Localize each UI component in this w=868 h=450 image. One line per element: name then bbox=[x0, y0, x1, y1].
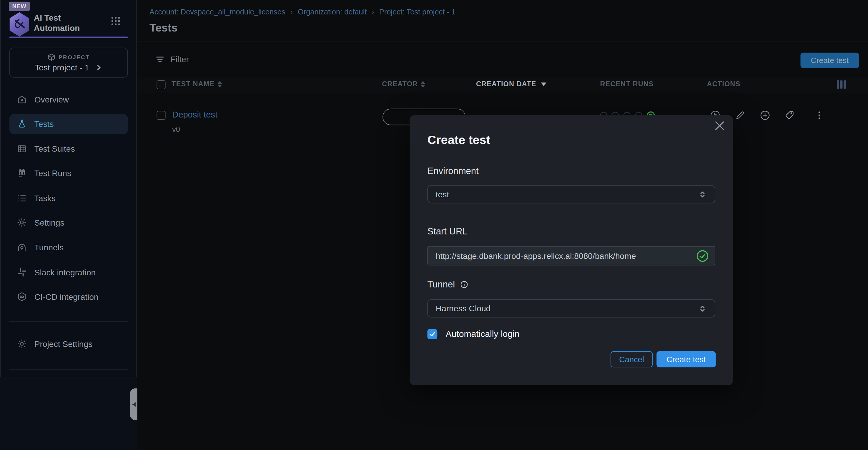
module-grid-icon[interactable] bbox=[110, 16, 121, 27]
column-test-name[interactable]: TEST NAME bbox=[172, 80, 222, 88]
tasks-list-icon bbox=[17, 193, 27, 203]
sidebar-item-label: Overview bbox=[34, 94, 69, 104]
tunnel-icon bbox=[17, 242, 27, 253]
close-icon[interactable] bbox=[714, 120, 725, 131]
info-icon[interactable] bbox=[459, 280, 469, 289]
breadcrumb-account[interactable]: Account: Devspace_all_module_licenses bbox=[150, 8, 285, 16]
app-title-line1: AI Test bbox=[34, 12, 80, 23]
sidebar-item-tests[interactable]: Tests bbox=[9, 114, 128, 134]
tag-button[interactable] bbox=[784, 110, 795, 121]
select-all-checkbox[interactable] bbox=[157, 80, 165, 89]
breadcrumb-separator: › bbox=[290, 8, 293, 16]
test-runs-icon bbox=[17, 168, 27, 179]
flask-icon bbox=[17, 119, 27, 129]
start-url-label: Start URL bbox=[427, 226, 467, 237]
collapse-arrow-icon bbox=[132, 402, 135, 406]
cube-icon bbox=[48, 53, 55, 61]
brand-underline bbox=[9, 36, 128, 38]
sidebar-item-label: Settings bbox=[34, 218, 64, 227]
project-selector-label: PROJECT bbox=[59, 54, 90, 60]
chevron-right-icon bbox=[95, 63, 102, 71]
sidebar-collapse-handle[interactable] bbox=[130, 389, 137, 420]
app-title-line2: Automation bbox=[34, 23, 80, 33]
sidebar-item-slack-integration[interactable]: Slack integration bbox=[9, 262, 128, 282]
sidebar-item-test-runs[interactable]: Test Runs bbox=[9, 164, 128, 184]
column-settings-icon[interactable] bbox=[837, 80, 846, 89]
page-header: Account: Devspace_all_module_licenses › … bbox=[137, 0, 868, 42]
url-valid-check-icon bbox=[696, 249, 709, 262]
project-selector-value: Test project - 1 bbox=[35, 63, 89, 72]
create-test-toolbar-label: Create test bbox=[811, 56, 849, 65]
column-creation-date[interactable]: CREATION DATE bbox=[476, 80, 546, 88]
filter-button[interactable]: Filter bbox=[156, 54, 189, 64]
filter-icon bbox=[156, 55, 164, 63]
select-chevrons-icon bbox=[697, 303, 708, 314]
create-test-submit-button[interactable]: Create test bbox=[656, 351, 716, 368]
start-url-input[interactable]: http://stage.dbank.prod-apps.relicx.ai:8… bbox=[427, 246, 715, 265]
column-actions: ACTIONS bbox=[707, 80, 741, 88]
check-icon bbox=[429, 331, 436, 337]
cicd-infinity-icon bbox=[17, 291, 27, 302]
sort-desc-icon bbox=[541, 82, 547, 86]
app-root: NEW AI Test Automation PROJECT bbox=[0, 0, 868, 450]
test-version: v0 bbox=[172, 125, 180, 133]
column-recent-runs: RECENT RUNS bbox=[600, 80, 653, 88]
sidebar-item-label: Tasks bbox=[34, 193, 56, 203]
row-checkbox[interactable] bbox=[157, 111, 165, 119]
sidebar-divider bbox=[9, 369, 128, 370]
sort-icon bbox=[217, 81, 222, 88]
cancel-button[interactable]: Cancel bbox=[611, 351, 653, 368]
sidebar-item-overview[interactable]: Overview bbox=[9, 89, 128, 109]
sidebar-item-label: Test Suites bbox=[34, 144, 75, 153]
column-creator[interactable]: CREATOR bbox=[382, 80, 425, 88]
page-title: Tests bbox=[150, 22, 178, 34]
breadcrumb-separator: › bbox=[372, 8, 374, 16]
sidebar-divider bbox=[9, 321, 128, 322]
breadcrumb: Account: Devspace_all_module_licenses › … bbox=[150, 8, 456, 16]
environment-select[interactable]: test bbox=[427, 185, 715, 203]
tunnel-select[interactable]: Harness Cloud bbox=[427, 299, 715, 317]
app-logo[interactable] bbox=[8, 12, 30, 36]
table-header: TEST NAME CREATOR CREATION DATE RECENT R… bbox=[137, 77, 868, 93]
project-selector[interactable]: PROJECT Test project - 1 bbox=[9, 48, 128, 78]
sidebar-item-label: Tunnels bbox=[34, 243, 64, 252]
create-test-toolbar-button[interactable]: Create test bbox=[800, 53, 859, 68]
edit-test-button[interactable] bbox=[735, 110, 746, 121]
sidebar-item-label: Test Runs bbox=[34, 168, 71, 178]
sidebar-footer: ? Help AU admin user bbox=[0, 377, 137, 450]
sort-icon bbox=[421, 81, 425, 88]
sidebar-item-label: CI-CD integration bbox=[34, 292, 99, 302]
sidebar-item-settings[interactable]: Settings bbox=[9, 213, 128, 233]
select-chevrons-icon bbox=[697, 189, 708, 200]
sidebar-item-label: Slack integration bbox=[34, 268, 96, 277]
create-test-modal: Create test Environment test Start URL h… bbox=[410, 115, 733, 385]
sidebar-item-tasks[interactable]: Tasks bbox=[9, 188, 128, 208]
test-name-link[interactable]: Deposit test bbox=[172, 110, 217, 120]
sidebar-item-project-settings[interactable]: Project Settings bbox=[9, 334, 128, 354]
sidebar-item-cicd-integration[interactable]: CI-CD integration bbox=[9, 287, 128, 307]
sidebar-item-test-suites[interactable]: Test Suites bbox=[9, 139, 128, 159]
auto-login-checkbox[interactable] bbox=[427, 329, 437, 339]
breadcrumb-organization[interactable]: Organization: default bbox=[298, 8, 367, 16]
sidebar-item-tunnels[interactable]: Tunnels bbox=[9, 237, 128, 257]
environment-label: Environment bbox=[427, 166, 478, 176]
tunnel-label: Tunnel bbox=[427, 279, 469, 290]
sidebar-nav: Overview Tests Test Suites bbox=[9, 89, 128, 312]
tunnel-value: Harness Cloud bbox=[436, 304, 697, 313]
breadcrumb-project[interactable]: Project: Test project - 1 bbox=[379, 8, 456, 16]
create-test-submit-label: Create test bbox=[666, 355, 706, 364]
sidebar-secondary-nav: Project Settings bbox=[9, 334, 128, 358]
add-to-suite-button[interactable] bbox=[760, 110, 771, 121]
gear-icon bbox=[17, 217, 27, 228]
row-kebab-menu[interactable] bbox=[814, 110, 825, 121]
main-content: Account: Devspace_all_module_licenses › … bbox=[137, 0, 868, 450]
auto-login-label: Automatically login bbox=[446, 329, 520, 339]
modal-title: Create test bbox=[427, 133, 490, 147]
app-title: AI Test Automation bbox=[34, 12, 80, 33]
environment-value: test bbox=[436, 189, 697, 199]
auto-login-row: Automatically login bbox=[427, 329, 519, 339]
gear-icon bbox=[17, 338, 27, 349]
new-badge: NEW bbox=[9, 2, 30, 11]
sidebar-item-label: Tests bbox=[34, 119, 54, 129]
sidebar-item-label: Project Settings bbox=[34, 339, 93, 348]
